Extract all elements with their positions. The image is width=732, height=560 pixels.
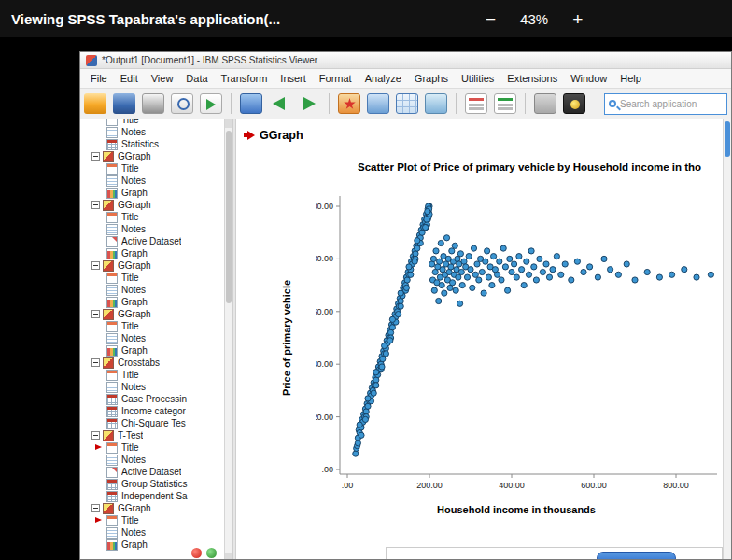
outline-item-graph[interactable]: Graph bbox=[80, 344, 224, 357]
outline-item-notes[interactable]: Notes bbox=[80, 381, 224, 393]
outline-item-ggraph[interactable]: GGraph bbox=[80, 308, 224, 320]
outline-item-label: Notes bbox=[121, 382, 146, 392]
scroll-down-icon[interactable] bbox=[225, 553, 232, 560]
svg-text:800.00: 800.00 bbox=[663, 481, 689, 490]
outline-item-group-statistics[interactable]: Group Statistics bbox=[80, 478, 224, 490]
outline-item-notes[interactable]: Notes bbox=[80, 175, 224, 187]
outline-item-t-test[interactable]: T-Test bbox=[80, 429, 224, 441]
menu-item-file[interactable]: File bbox=[84, 73, 114, 84]
menu-item-analyze[interactable]: Analyze bbox=[359, 73, 408, 84]
insert-text-icon[interactable] bbox=[494, 93, 516, 114]
outline-item-ggraph[interactable]: GGraph bbox=[80, 150, 224, 162]
outline-item-title[interactable]: Title bbox=[80, 211, 224, 223]
expand-box[interactable] bbox=[92, 504, 100, 512]
outline-item-title[interactable]: Title bbox=[80, 320, 224, 332]
outline-item-title[interactable]: Title bbox=[80, 514, 224, 526]
goto-case-icon[interactable] bbox=[338, 93, 360, 114]
menu-item-extensions[interactable]: Extensions bbox=[500, 73, 564, 84]
outline-item-label: GGraph bbox=[118, 260, 151, 271]
outline-item-ggraph[interactable]: GGraph bbox=[80, 502, 224, 514]
expand-box[interactable] bbox=[92, 310, 100, 318]
goto-variable-icon[interactable] bbox=[367, 93, 389, 114]
menu-item-view[interactable]: View bbox=[145, 73, 180, 84]
expand-box[interactable] bbox=[92, 431, 100, 440]
expand-box[interactable] bbox=[92, 201, 100, 209]
outline-item-notes[interactable]: Notes bbox=[80, 454, 224, 466]
show-results-icon[interactable] bbox=[534, 93, 556, 114]
outline-item-label: Title bbox=[121, 515, 139, 525]
outline-item-notes[interactable]: Notes bbox=[80, 126, 224, 138]
designate-window-icon[interactable] bbox=[563, 93, 585, 114]
title-icon bbox=[106, 163, 118, 175]
outline-item-statistics[interactable]: Statistics bbox=[80, 138, 224, 150]
menu-item-help[interactable]: Help bbox=[613, 73, 648, 84]
outline-scroll-thumb[interactable] bbox=[226, 131, 232, 303]
outline-item-case-processin[interactable]: Case Processin bbox=[80, 393, 224, 405]
find-icon[interactable] bbox=[425, 93, 447, 114]
window-title: *Output1 [Document1] - IBM SPSS Statisti… bbox=[102, 55, 317, 65]
zoom-in-button[interactable]: + bbox=[572, 10, 583, 28]
outline-pane: TitleNotesStatisticsGGraphTitleNotesGrap… bbox=[80, 119, 224, 560]
content-scrollbar[interactable] bbox=[723, 119, 731, 560]
outline-scrollbar[interactable] bbox=[224, 119, 232, 560]
print-preview-icon[interactable] bbox=[171, 93, 193, 114]
expand-box[interactable] bbox=[92, 152, 100, 161]
outline-item-graph[interactable]: Graph bbox=[80, 187, 224, 199]
outline-item-independent-sa[interactable]: Independent Sa bbox=[80, 490, 224, 502]
menu-item-format[interactable]: Format bbox=[313, 73, 359, 84]
outline-item-graph[interactable]: Graph bbox=[80, 247, 224, 259]
redo-icon[interactable] bbox=[298, 93, 320, 114]
outline-item-label: Title bbox=[121, 163, 139, 174]
outline-item-notes[interactable]: Notes bbox=[80, 526, 224, 539]
export-icon[interactable] bbox=[200, 93, 222, 114]
open-file-icon[interactable] bbox=[84, 93, 106, 114]
zoom-out-button[interactable]: − bbox=[486, 10, 496, 28]
partial-blue-button[interactable] bbox=[597, 552, 676, 560]
menubar: FileEditViewDataTransformInsertFormatAna… bbox=[80, 69, 731, 89]
outline-item-label: Title bbox=[121, 370, 139, 380]
menu-item-utilities[interactable]: Utilities bbox=[455, 73, 500, 84]
menu-item-edit[interactable]: Edit bbox=[114, 73, 145, 84]
expand-box[interactable] bbox=[92, 261, 100, 270]
outline-item-chi-square-tes[interactable]: Chi-Square Tes bbox=[80, 417, 224, 429]
outline-item-active-dataset[interactable]: Active Dataset bbox=[80, 235, 224, 247]
dock-icon-red[interactable] bbox=[191, 548, 202, 558]
outline-item-title[interactable]: Title bbox=[80, 272, 224, 284]
outline-item-title[interactable]: Title bbox=[80, 119, 224, 126]
outline-item-crosstabs[interactable]: Crosstabs bbox=[80, 357, 224, 369]
menu-item-graphs[interactable]: Graphs bbox=[408, 73, 455, 84]
outline-item-ggraph[interactable]: GGraph bbox=[80, 259, 224, 272]
content-scroll-thumb[interactable] bbox=[725, 121, 730, 157]
outline-item-label: Graph bbox=[121, 539, 148, 550]
expand-box[interactable] bbox=[92, 358, 100, 367]
outline-item-label: Graph bbox=[121, 297, 148, 307]
scatter-plot[interactable]: .00200.00400.00600.00800.00.0020.0040.00… bbox=[316, 183, 717, 496]
scroll-up-icon[interactable] bbox=[225, 119, 232, 128]
outline-item-notes[interactable]: Notes bbox=[80, 284, 224, 296]
outline-item-graph[interactable]: Graph bbox=[80, 296, 224, 308]
insert-heading-icon[interactable] bbox=[465, 93, 487, 114]
dock-icon-green[interactable] bbox=[206, 548, 217, 558]
outline-item-notes[interactable]: Notes bbox=[80, 223, 224, 235]
menu-item-data[interactable]: Data bbox=[179, 73, 214, 84]
print-icon[interactable] bbox=[142, 93, 164, 114]
menu-item-insert[interactable]: Insert bbox=[274, 73, 313, 84]
save-icon[interactable] bbox=[113, 93, 135, 114]
outline-item-notes[interactable]: Notes bbox=[80, 332, 224, 344]
outline-item-graph[interactable]: Graph bbox=[80, 539, 224, 551]
menu-item-transform[interactable]: Transform bbox=[215, 73, 274, 84]
variables-icon[interactable] bbox=[396, 93, 418, 114]
outline-item-title[interactable]: Title bbox=[80, 162, 224, 175]
outline-item-ggraph[interactable]: GGraph bbox=[80, 199, 224, 211]
outline-item-active-dataset[interactable]: Active Dataset bbox=[80, 466, 224, 478]
outline-item-title[interactable]: Title bbox=[80, 369, 224, 381]
window-titlebar[interactable]: *Output1 [Document1] - IBM SPSS Statisti… bbox=[80, 52, 731, 69]
outline-item-income-categor[interactable]: Income categor bbox=[80, 405, 224, 417]
undo-icon[interactable] bbox=[269, 93, 291, 114]
table-icon bbox=[106, 139, 118, 150]
outline-item-title[interactable]: Title bbox=[80, 441, 224, 454]
search-box[interactable] bbox=[604, 93, 727, 115]
recall-dialogs-icon[interactable] bbox=[240, 93, 262, 114]
search-input[interactable] bbox=[620, 99, 713, 109]
menu-item-window[interactable]: Window bbox=[564, 73, 613, 84]
